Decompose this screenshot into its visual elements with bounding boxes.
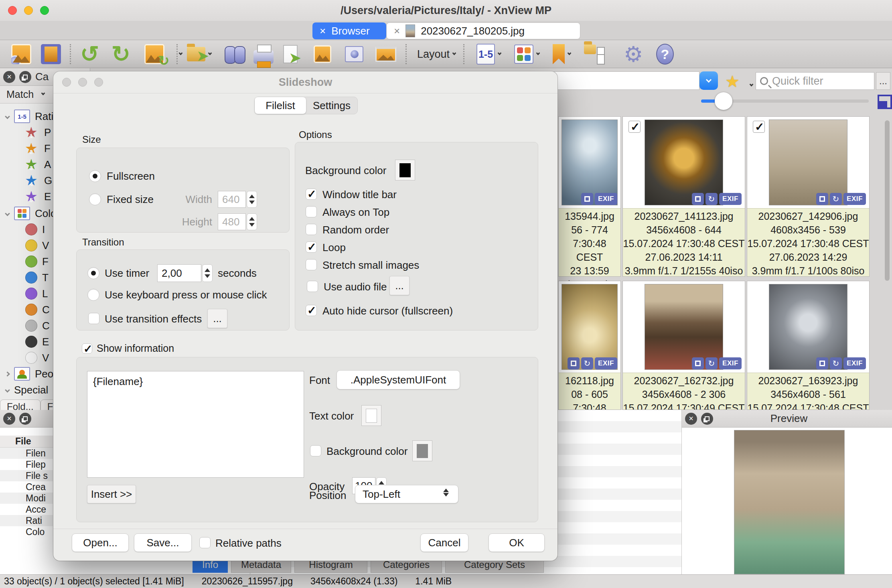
undo-button[interactable]: ↺ <box>80 43 99 65</box>
thumbnail-size-slider-thumb[interactable] <box>715 92 732 110</box>
thumbnail-cell[interactable]: ↻EXIF 162118.jpg 08 - 605 7:30:48 CEST <box>558 281 621 410</box>
vertical-scrollbar[interactable] <box>885 120 890 281</box>
thumbnail-cell[interactable]: EXIF 135944.jpg 56 - 774 7:30:48 CEST 23… <box>558 116 621 277</box>
height-stepper[interactable] <box>247 213 257 230</box>
chevron-down-icon[interactable] <box>747 80 753 87</box>
rating-button[interactable]: 1-5 <box>476 43 501 65</box>
info-background-color-swatch[interactable] <box>412 440 432 461</box>
float-panel-icon[interactable] <box>701 413 713 425</box>
sidebar-item-color-blue[interactable]: T <box>0 270 49 286</box>
close-icon[interactable]: × <box>320 26 326 36</box>
tab-settings[interactable]: Settings <box>306 97 357 114</box>
search-button[interactable] <box>225 43 245 65</box>
sidebar-item-color-red[interactable]: I <box>0 221 45 237</box>
tab-filelist[interactable]: Filelist <box>255 97 306 114</box>
sidebar-item-color-white[interactable]: V <box>0 350 49 366</box>
capture-button[interactable] <box>345 43 363 65</box>
fullscreen-radio[interactable] <box>89 170 101 182</box>
relative-paths-checkbox[interactable] <box>199 537 211 548</box>
fixed-size-radio[interactable] <box>89 193 101 205</box>
sidebar-item-rating-1[interactable]: ★1P <box>0 124 51 140</box>
help-button[interactable]: ? <box>656 43 674 65</box>
auto-hide-cursor-checkbox[interactable] <box>306 305 317 316</box>
thumbnail-image[interactable]: ↻EXIF <box>559 281 620 373</box>
redo-button[interactable]: ↻ <box>112 43 130 65</box>
sidebar-item-color-green[interactable]: F <box>0 253 49 270</box>
sidebar-item-special[interactable]: Special <box>0 382 48 398</box>
favorites-star-icon[interactable]: ★ <box>725 72 740 91</box>
insert-button[interactable]: Insert >> <box>87 485 136 503</box>
close-panel-icon[interactable]: × <box>3 71 15 83</box>
close-panel-icon[interactable]: × <box>3 413 15 425</box>
cancel-button[interactable]: Cancel <box>420 533 468 552</box>
background-color-swatch[interactable] <box>395 160 415 180</box>
thumbnail-cell[interactable]: ↻EXIF 20230627_142906.jpg 4608x3456 - 53… <box>747 116 870 277</box>
convert-button[interactable] <box>314 43 331 65</box>
sidebar-item-ratings[interactable]: 1-5 Rati <box>0 108 53 124</box>
view-button[interactable] <box>11 43 31 65</box>
sidebar-item-rating-3[interactable]: ★3A <box>0 156 51 172</box>
thumbnail-image[interactable]: ↻EXIF <box>747 117 869 208</box>
sidebar-item-color-grey[interactable]: C <box>0 318 50 334</box>
thumbnail-cell[interactable]: ↻EXIF 20230627_141123.jpg 3456x4608 - 64… <box>622 116 745 277</box>
ok-button[interactable]: OK <box>489 533 545 552</box>
sidebar-item-people[interactable]: Peo <box>0 366 53 382</box>
open-button[interactable]: Open... <box>72 533 129 552</box>
tab-image[interactable]: × 20230627_180205.jpg <box>386 22 580 39</box>
thumbnail-checkbox[interactable] <box>628 121 641 133</box>
text-color-swatch[interactable] <box>361 405 381 426</box>
height-field[interactable]: 480 <box>218 213 246 230</box>
show-information-checkbox[interactable] <box>82 343 92 354</box>
thumbnail-cell[interactable]: ↻EXIF 20230627_162732.jpg 3456x4608 - 2 … <box>622 281 745 410</box>
thumbnail-image[interactable]: EXIF <box>559 117 620 208</box>
audio-browse-button[interactable]: ... <box>389 276 410 295</box>
save-button[interactable]: Save... <box>134 533 192 552</box>
print-button[interactable] <box>253 43 274 65</box>
filter-more-button[interactable]: ... <box>876 72 890 90</box>
close-panel-icon[interactable]: × <box>685 413 697 425</box>
information-template-textarea[interactable]: {Filename} <box>87 371 304 478</box>
thumbnail-checkbox[interactable] <box>753 121 765 133</box>
use-timer-radio[interactable] <box>87 267 99 279</box>
keyboard-mouse-radio[interactable] <box>87 289 99 301</box>
width-stepper[interactable] <box>247 191 257 208</box>
sidebar-item-rating-2[interactable]: ★2F <box>0 140 51 156</box>
open-with-button[interactable]: ➤ <box>187 43 211 65</box>
filter-dropdown-button[interactable] <box>699 71 718 90</box>
chevron-expanded-icon[interactable] <box>5 114 10 119</box>
float-panel-icon[interactable] <box>19 71 31 83</box>
sidebar-item-colors[interactable]: Colo <box>0 205 56 221</box>
timer-stepper[interactable] <box>202 264 213 282</box>
info-background-color-checkbox[interactable] <box>310 445 321 456</box>
quick-filter-input[interactable] <box>771 75 870 88</box>
transition-effects-checkbox[interactable] <box>88 313 99 324</box>
bookmark-button[interactable] <box>553 43 571 65</box>
chevron-expanded-icon[interactable] <box>5 211 10 216</box>
close-icon[interactable]: × <box>394 26 400 36</box>
loop-checkbox[interactable] <box>306 241 317 253</box>
always-on-top-checkbox[interactable] <box>306 206 317 217</box>
thumbnail-cell[interactable]: ↻EXIF 20230627_163923.jpg 3456x4608 - 56… <box>747 281 870 410</box>
timer-seconds-field[interactable]: 2,00 <box>157 264 201 282</box>
export-button[interactable]: ➤ <box>283 43 298 65</box>
batch-button[interactable] <box>584 43 605 65</box>
thumbnail-view-icon[interactable] <box>878 95 892 109</box>
slideshow-button[interactable] <box>375 43 396 65</box>
font-button[interactable]: .AppleSystemUIFont <box>337 370 460 389</box>
thumbnail-image[interactable]: ↻EXIF <box>747 281 869 373</box>
effects-browse-button[interactable]: ... <box>207 309 227 328</box>
chevron-expanded-icon[interactable] <box>5 387 10 393</box>
layout-button[interactable]: Layout <box>417 43 456 65</box>
fullscreen-button[interactable] <box>41 43 61 65</box>
window-title-bar-checkbox[interactable] <box>306 189 317 200</box>
sidebar-item-color-black[interactable]: E <box>0 334 49 350</box>
color-label-button[interactable] <box>514 43 539 65</box>
sidebar-item-rating-5[interactable]: ★5E <box>0 189 51 205</box>
float-panel-icon[interactable] <box>19 413 31 425</box>
use-audio-file-checkbox[interactable] <box>307 281 318 292</box>
sidebar-item-color-purple[interactable]: L <box>0 286 48 302</box>
chevron-collapsed-icon[interactable] <box>5 371 10 377</box>
sidebar-item-rating-4[interactable]: ★4G <box>0 172 52 189</box>
thumbnail-image[interactable]: ↻EXIF <box>623 117 745 208</box>
sidebar-item-color-orange[interactable]: C <box>0 302 50 318</box>
